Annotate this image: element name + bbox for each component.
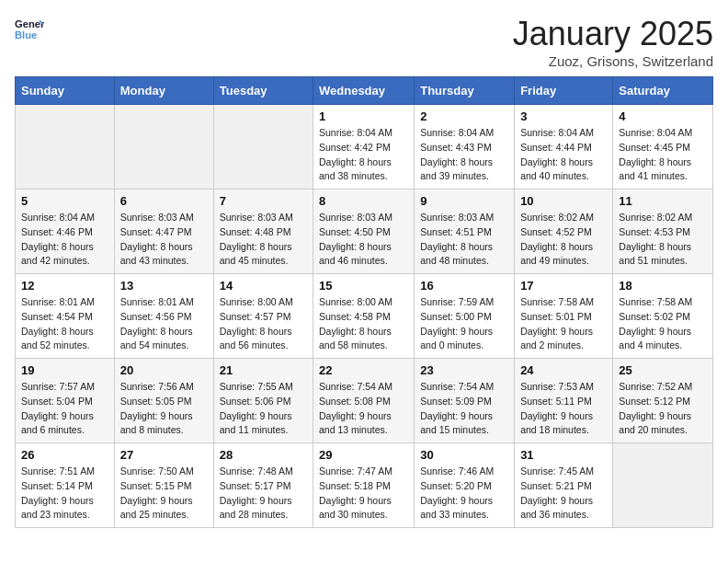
calendar-cell: 30Sunrise: 7:46 AM Sunset: 5:20 PM Dayli… <box>415 443 515 528</box>
calendar-cell: 18Sunrise: 7:58 AM Sunset: 5:02 PM Dayli… <box>613 274 713 359</box>
day-info: Sunrise: 7:56 AM Sunset: 5:05 PM Dayligh… <box>120 380 208 438</box>
calendar-cell: 2Sunrise: 8:04 AM Sunset: 4:43 PM Daylig… <box>415 105 515 190</box>
day-info: Sunrise: 7:45 AM Sunset: 5:21 PM Dayligh… <box>520 465 607 523</box>
calendar-cell: 26Sunrise: 7:51 AM Sunset: 5:14 PM Dayli… <box>16 443 115 528</box>
day-number: 31 <box>520 448 607 462</box>
calendar-cell: 6Sunrise: 8:03 AM Sunset: 4:47 PM Daylig… <box>114 190 213 274</box>
svg-text:Blue: Blue <box>15 29 37 40</box>
weekday-header-saturday: Saturday <box>613 77 713 105</box>
calendar-cell: 28Sunrise: 7:48 AM Sunset: 5:17 PM Dayli… <box>213 443 313 528</box>
day-info: Sunrise: 8:00 AM Sunset: 4:58 PM Dayligh… <box>319 295 408 353</box>
calendar-cell: 11Sunrise: 8:02 AM Sunset: 4:53 PM Dayli… <box>613 190 713 274</box>
calendar-cell: 29Sunrise: 7:47 AM Sunset: 5:18 PM Dayli… <box>313 443 415 528</box>
day-info: Sunrise: 8:01 AM Sunset: 4:56 PM Dayligh… <box>120 295 208 353</box>
day-info: Sunrise: 7:55 AM Sunset: 5:06 PM Dayligh… <box>220 380 307 438</box>
day-number: 22 <box>319 363 408 377</box>
calendar-cell: 21Sunrise: 7:55 AM Sunset: 5:06 PM Dayli… <box>213 359 313 443</box>
calendar-week-3: 12Sunrise: 8:01 AM Sunset: 4:54 PM Dayli… <box>16 274 713 359</box>
weekday-header-row: SundayMondayTuesdayWednesdayThursdayFrid… <box>16 77 713 105</box>
day-number: 2 <box>420 109 508 123</box>
day-number: 30 <box>420 448 508 462</box>
day-number: 4 <box>619 109 707 123</box>
day-info: Sunrise: 7:54 AM Sunset: 5:08 PM Dayligh… <box>319 380 408 438</box>
day-number: 29 <box>319 448 408 462</box>
day-number: 24 <box>520 363 607 377</box>
calendar-cell: 16Sunrise: 7:59 AM Sunset: 5:00 PM Dayli… <box>415 274 515 359</box>
calendar-cell: 7Sunrise: 8:03 AM Sunset: 4:48 PM Daylig… <box>213 190 313 274</box>
page-header: General Blue January 2025 Zuoz, Grisons,… <box>15 15 713 69</box>
day-info: Sunrise: 7:58 AM Sunset: 5:02 PM Dayligh… <box>619 295 707 353</box>
day-number: 3 <box>520 109 607 123</box>
location: Zuoz, Grisons, Switzerland <box>513 53 713 69</box>
day-info: Sunrise: 7:47 AM Sunset: 5:18 PM Dayligh… <box>319 465 408 523</box>
day-number: 15 <box>319 279 408 293</box>
calendar-cell: 5Sunrise: 8:04 AM Sunset: 4:46 PM Daylig… <box>16 190 115 274</box>
weekday-header-monday: Monday <box>114 77 213 105</box>
day-number: 14 <box>220 279 307 293</box>
day-info: Sunrise: 7:54 AM Sunset: 5:09 PM Dayligh… <box>420 380 508 438</box>
day-number: 1 <box>319 109 408 123</box>
day-info: Sunrise: 8:02 AM Sunset: 4:52 PM Dayligh… <box>520 211 607 269</box>
calendar-cell: 19Sunrise: 7:57 AM Sunset: 5:04 PM Dayli… <box>16 359 115 443</box>
day-info: Sunrise: 8:04 AM Sunset: 4:43 PM Dayligh… <box>420 126 508 184</box>
calendar-cell: 1Sunrise: 8:04 AM Sunset: 4:42 PM Daylig… <box>313 105 415 190</box>
day-number: 7 <box>220 194 307 208</box>
day-info: Sunrise: 8:02 AM Sunset: 4:53 PM Dayligh… <box>619 211 707 269</box>
logo-icon: General Blue <box>15 15 44 44</box>
calendar-week-4: 19Sunrise: 7:57 AM Sunset: 5:04 PM Dayli… <box>16 359 713 443</box>
day-number: 13 <box>120 279 208 293</box>
calendar-cell: 17Sunrise: 7:58 AM Sunset: 5:01 PM Dayli… <box>515 274 613 359</box>
day-info: Sunrise: 8:03 AM Sunset: 4:50 PM Dayligh… <box>319 211 408 269</box>
day-number: 9 <box>420 194 508 208</box>
weekday-header-thursday: Thursday <box>415 77 515 105</box>
day-info: Sunrise: 7:48 AM Sunset: 5:17 PM Dayligh… <box>220 465 307 523</box>
day-number: 5 <box>21 194 108 208</box>
day-number: 19 <box>21 363 108 377</box>
logo: General Blue <box>15 15 44 44</box>
day-number: 12 <box>21 279 108 293</box>
day-number: 8 <box>319 194 408 208</box>
calendar-cell: 4Sunrise: 8:04 AM Sunset: 4:45 PM Daylig… <box>613 105 713 190</box>
calendar-cell: 22Sunrise: 7:54 AM Sunset: 5:08 PM Dayli… <box>313 359 415 443</box>
calendar-cell <box>16 105 115 190</box>
calendar-cell: 3Sunrise: 8:04 AM Sunset: 4:44 PM Daylig… <box>515 105 613 190</box>
day-info: Sunrise: 8:00 AM Sunset: 4:57 PM Dayligh… <box>220 295 307 353</box>
calendar-cell: 14Sunrise: 8:00 AM Sunset: 4:57 PM Dayli… <box>213 274 313 359</box>
calendar-cell <box>213 105 313 190</box>
day-number: 11 <box>619 194 707 208</box>
calendar-cell: 12Sunrise: 8:01 AM Sunset: 4:54 PM Dayli… <box>16 274 115 359</box>
day-info: Sunrise: 7:57 AM Sunset: 5:04 PM Dayligh… <box>21 380 108 438</box>
day-number: 28 <box>220 448 307 462</box>
day-number: 26 <box>21 448 108 462</box>
day-info: Sunrise: 7:52 AM Sunset: 5:12 PM Dayligh… <box>619 380 707 438</box>
day-info: Sunrise: 8:04 AM Sunset: 4:45 PM Dayligh… <box>619 126 707 184</box>
calendar-cell: 8Sunrise: 8:03 AM Sunset: 4:50 PM Daylig… <box>313 190 415 274</box>
day-info: Sunrise: 7:58 AM Sunset: 5:01 PM Dayligh… <box>520 295 607 353</box>
day-info: Sunrise: 8:03 AM Sunset: 4:48 PM Dayligh… <box>220 211 307 269</box>
calendar-cell: 24Sunrise: 7:53 AM Sunset: 5:11 PM Dayli… <box>515 359 613 443</box>
weekday-header-sunday: Sunday <box>16 77 115 105</box>
calendar-cell: 10Sunrise: 8:02 AM Sunset: 4:52 PM Dayli… <box>515 190 613 274</box>
day-info: Sunrise: 8:01 AM Sunset: 4:54 PM Dayligh… <box>21 295 108 353</box>
calendar-cell <box>114 105 213 190</box>
calendar-cell: 25Sunrise: 7:52 AM Sunset: 5:12 PM Dayli… <box>613 359 713 443</box>
calendar-cell: 27Sunrise: 7:50 AM Sunset: 5:15 PM Dayli… <box>114 443 213 528</box>
calendar-week-1: 1Sunrise: 8:04 AM Sunset: 4:42 PM Daylig… <box>16 105 713 190</box>
day-info: Sunrise: 7:59 AM Sunset: 5:00 PM Dayligh… <box>420 295 508 353</box>
month-title: January 2025 <box>513 15 713 53</box>
day-number: 17 <box>520 279 607 293</box>
day-number: 10 <box>520 194 607 208</box>
calendar-week-2: 5Sunrise: 8:04 AM Sunset: 4:46 PM Daylig… <box>16 190 713 274</box>
calendar-cell: 31Sunrise: 7:45 AM Sunset: 5:21 PM Dayli… <box>515 443 613 528</box>
weekday-header-wednesday: Wednesday <box>313 77 415 105</box>
day-number: 16 <box>420 279 508 293</box>
day-info: Sunrise: 8:03 AM Sunset: 4:47 PM Dayligh… <box>120 211 208 269</box>
calendar-cell: 9Sunrise: 8:03 AM Sunset: 4:51 PM Daylig… <box>415 190 515 274</box>
calendar-cell: 20Sunrise: 7:56 AM Sunset: 5:05 PM Dayli… <box>114 359 213 443</box>
day-number: 27 <box>120 448 208 462</box>
calendar-cell: 13Sunrise: 8:01 AM Sunset: 4:56 PM Dayli… <box>114 274 213 359</box>
day-number: 6 <box>120 194 208 208</box>
day-info: Sunrise: 7:46 AM Sunset: 5:20 PM Dayligh… <box>420 465 508 523</box>
svg-text:General: General <box>15 18 44 29</box>
weekday-header-tuesday: Tuesday <box>213 77 313 105</box>
